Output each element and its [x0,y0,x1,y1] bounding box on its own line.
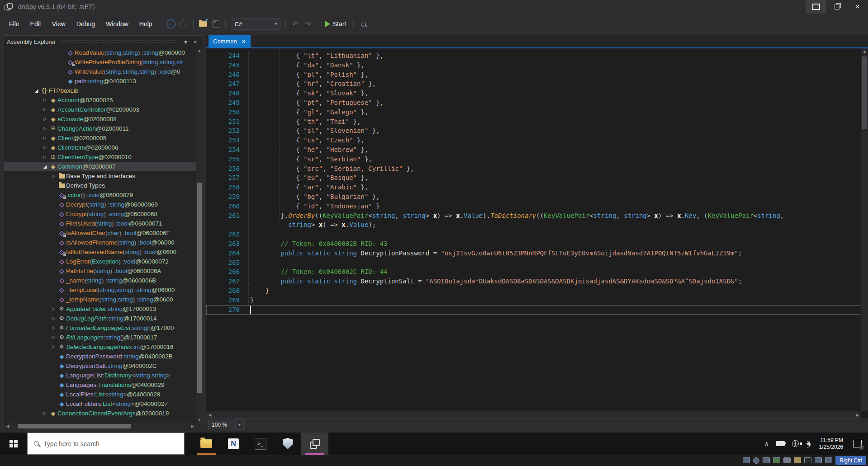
scroll-up-icon[interactable]: ▲ [861,49,868,54]
taskbar-app-terminal[interactable]: >_ [247,433,274,455]
scroll-left-icon[interactable]: ◀ [206,413,213,417]
code-line[interactable]: 258{ "ar", "Arabic" }, [206,183,861,192]
tree-row-encrypt[interactable]: ◇Encrypt(string) : string @06000068 [4,209,196,219]
tree-row-basetypeandinterfaces[interactable]: ▷Base Type and Interfaces [4,171,196,181]
code-line[interactable]: 264public static string DecryptionPasswo… [206,249,861,258]
tree-row-.cctor[interactable]: ◇.cctor() : void @06000079 [4,190,196,200]
tree-row-account[interactable]: ▷◆Account @02000025 [4,95,196,105]
menu-item-debug[interactable]: Debug [71,18,100,30]
tree-row-connectionclosedeventargs[interactable]: ▷◆ConnectionClosedEventArgs @02000019 [4,409,196,418]
action-center-button[interactable]: 2 [853,440,862,447]
tree-row-clientitemtype[interactable]: ▷⊞ClientItemType @02000010 [4,152,196,162]
tree-row-writeprivateprofilestring[interactable]: ◇WritePrivateProfileString(string, strin… [4,57,196,67]
tab-close-icon[interactable]: ✕ [242,38,246,45]
volume-icon[interactable] [806,442,810,446]
tree-row-decrypt[interactable]: ◇Decrypt(string) : string @06000069 [4,200,196,209]
menu-item-view[interactable]: View [47,18,71,30]
menu-item-window[interactable]: Window [101,18,133,30]
code-view[interactable]: 244{ "lt", "Lithuanian" },245{ "da", "Da… [206,48,861,411]
code-line[interactable]: 265 [206,258,861,268]
editor-vertical-scrollbar-thumb[interactable] [862,56,867,129]
tree-row-pathisfile[interactable]: ◇PathIsFile(string) : bool @0600006A [4,266,196,276]
code-line[interactable]: 269} [206,296,861,305]
tree-expander-icon[interactable]: ▷ [50,323,57,333]
tree-row-clientitem[interactable]: ▷◆ClientItem @02000006 [4,143,196,152]
menu-item-help[interactable]: Help [134,18,157,30]
tree-vertical-scrollbar[interactable]: ▲ ▼ [196,48,203,423]
menu-item-edit[interactable]: Edit [25,18,46,30]
tree-expander-icon[interactable]: ▷ [50,314,57,323]
tree-expander-icon[interactable]: ▷ [41,114,49,124]
panel-position-chevron-icon[interactable]: ▼ [180,38,191,46]
tree-row-derivedtypes[interactable]: Derived Types [4,181,196,190]
tree-expander-icon[interactable]: ▷ [50,171,57,181]
code-line[interactable]: 249{ "pt", "Portuguese" }, [206,98,861,108]
scroll-down-icon[interactable]: ▼ [196,418,203,422]
code-line[interactable]: 245{ "da", "Dansk" }, [206,61,861,70]
code-line[interactable]: 252{ "sl", "Slovenian" }, [206,126,861,136]
taskbar-app-file-explorer[interactable] [193,433,220,455]
tree-row-isallowedfilename[interactable]: ◇IsAllowedFilename(string) : bool @06000 [4,238,196,247]
taskbar-app-defender[interactable] [274,433,301,455]
code-line[interactable]: 261}.OrderBy((KeyValuePair<string, strin… [206,211,861,221]
code-line[interactable]: 247{ "hr", "Croatian" }, [206,79,861,89]
tree-row-isallowedchar[interactable]: ◇IsAllowedChar(char) : bool @0600006F [4,228,196,238]
panel-close-icon[interactable]: × [191,38,200,47]
hidden-icons-chevron-icon[interactable]: ∧ [764,440,769,447]
vbox-cd-icon[interactable] [753,457,759,464]
code-line[interactable]: string> x) => x.Value); [206,220,861,230]
code-line[interactable]: 259{ "bg", "Bulgarian" }, [206,192,861,202]
tree-row-isnotreservedname[interactable]: ◇IsNotReservedName(string) : bool @0600 [4,247,196,257]
tree-expander-icon[interactable]: ▷ [50,342,57,352]
start-menu-button[interactable] [0,433,27,455]
tree-horizontal-scrollbar-thumb[interactable] [18,424,131,428]
code-line[interactable]: 256{ "src", "Serbian, Cyrillic" }, [206,164,861,174]
editor-vertical-scrollbar[interactable]: ▲ [861,48,868,411]
search-assemblies-button[interactable] [357,18,370,30]
editor-horizontal-scrollbar[interactable]: ◀ ▶ [206,411,861,419]
tab-common[interactable]: Common ✕ [209,35,251,47]
taskbar-clock[interactable]: 11:59 PM 1/25/2026 [819,437,843,451]
code-line[interactable]: 268} [206,286,861,296]
assembly-explorer-header[interactable]: Assembly Explorer ▼ × [4,36,203,48]
save-button[interactable] [209,18,222,30]
vbox-hdd-icon[interactable] [763,457,770,463]
scroll-right-icon[interactable]: ▶ [189,424,196,428]
tree-expander-icon[interactable]: ▷ [41,133,49,143]
close-button[interactable]: × [847,0,868,14]
tree-row-_templocal[interactable]: ◇_tempLocal(string, string) : string @06… [4,285,196,295]
scroll-up-icon[interactable]: ▲ [196,48,203,53]
tree-row-logerror[interactable]: ◇LogError(Exception) : void @06000072 [4,257,196,266]
tree-vertical-scrollbar-thumb[interactable] [197,183,202,392]
tree-row-_name[interactable]: ◇_name(string) : string @0600006B [4,276,196,285]
tree-row-path[interactable]: ◆path : string @04000113 [4,76,196,86]
undo-button[interactable]: ↶ [289,18,302,30]
tree-row-writevalue[interactable]: ◇WriteValue(string, string, string) : vo… [4,67,196,76]
navigate-back-button[interactable]: ← [165,18,177,30]
tree-expander-icon[interactable]: ▷ [41,152,49,162]
tree-row-rtllanguages[interactable]: ▷⚙RtlLanguages : string[] @17000017 [4,333,196,342]
vbox-folder-icon[interactable] [794,457,801,463]
code-line[interactable]: 266// Token: 0x0400002C RID: 44 [206,267,861,277]
tree-row-aconsole[interactable]: ▷◆aConsole @02000008 [4,114,196,124]
tree-row-ftpboxlib[interactable]: ◢{}FTPboxLib [4,86,196,95]
taskbar-app-notepad[interactable]: N [220,433,247,455]
tree-row-client[interactable]: ▷◆Client @02000005 [4,133,196,143]
taskbar-app-dnspy[interactable] [301,433,328,455]
tree-expander-icon[interactable]: ◢ [33,86,40,95]
tree-row-fileisused[interactable]: ◇FileIsUsed(string) : bool @06000071 [4,219,196,228]
navigate-forward-button[interactable]: → [177,18,190,30]
tree-row-languages[interactable]: ◆Languages : Translations @04000029 [4,380,196,390]
code-line[interactable]: 267public static string DecryptionSalt =… [206,277,861,286]
vbox-usb-icon[interactable] [783,457,791,463]
tree-row-changeaction[interactable]: ▷⊞ChangeAction @02000011 [4,124,196,133]
tree-row-debuglogpath[interactable]: ▷⚙DebugLogPath : string @17000014 [4,314,196,323]
code-line[interactable]: 244{ "lt", "Lithuanian" }, [206,51,861,61]
vbox-rec-icon[interactable] [804,457,811,463]
code-line[interactable]: 254{ "he", "Hebrew" }, [206,145,861,155]
code-line-current[interactable]: 270 [206,305,861,315]
code-line[interactable]: 263// Token: 0x0400002B RID: 43 [206,239,861,249]
tree-row-decryptionpassword[interactable]: ◆DecryptionPassword : string @0400002B [4,352,196,361]
vbox-mouse-icon[interactable] [825,457,832,463]
tree-row-decryptionsalt[interactable]: ◆DecryptionSalt : string @0400002C [4,361,196,371]
